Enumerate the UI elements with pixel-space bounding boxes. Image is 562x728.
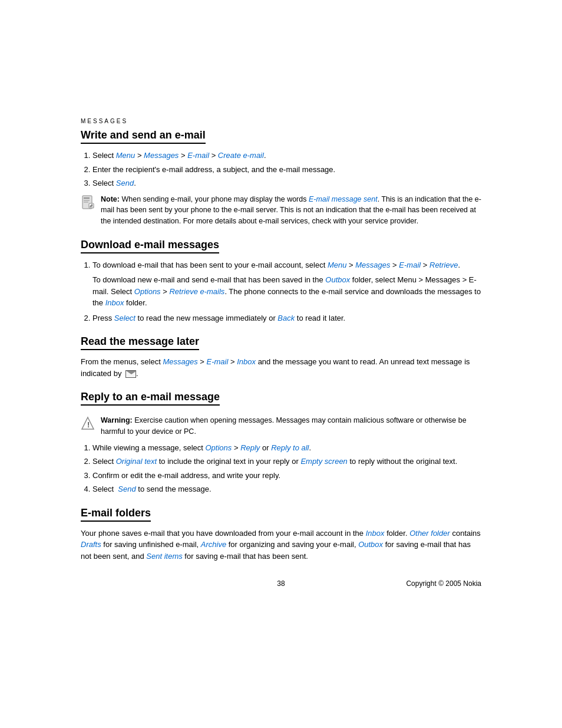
- menu-link-dl[interactable]: Menu: [328, 261, 347, 269]
- note-bold: Note:: [101, 195, 120, 203]
- messages-link-rl[interactable]: Messages: [163, 357, 197, 366]
- email-link-rl[interactable]: E-mail: [207, 357, 229, 366]
- reply-step3-text: Confirm or edit the e-mail address, and …: [92, 471, 280, 480]
- step-2: Enter the recipient's e-mail address, a …: [92, 164, 481, 176]
- write-send-steps: Select Menu > Messages > E-mail > Create…: [92, 150, 481, 189]
- download-step-2: Press Select to read the new message imm…: [92, 312, 481, 324]
- messages-link-dl[interactable]: Messages: [355, 261, 390, 269]
- create-email-link[interactable]: Create e-mail: [218, 151, 264, 160]
- section-reply: Reply to an e‑mail message ! Warning: Ex…: [81, 391, 481, 495]
- step-1: Select Menu > Messages > E-mail > Create…: [92, 150, 481, 162]
- page: Messages Write and send an e‑mail Select…: [0, 0, 562, 728]
- reply-step4-text: Select Send to send the message.: [92, 485, 211, 493]
- sent-items-link[interactable]: Sent items: [146, 552, 182, 561]
- options-link-dl[interactable]: Options: [134, 287, 161, 296]
- download-step2-text: Press Select to read the new message imm…: [92, 314, 345, 322]
- footer: 38 Copyright © 2005 Nokia: [81, 579, 481, 599]
- original-text-link[interactable]: Original text: [116, 457, 157, 466]
- download-steps: To download e-mail that has been sent to…: [92, 259, 481, 324]
- menu-link[interactable]: Menu: [116, 151, 135, 160]
- download-step1-para2: To download new e-mail and send e-mail t…: [92, 274, 481, 309]
- section-email-folders: E‑mail folders Your phone saves e-mail t…: [81, 507, 481, 562]
- svg-text:!: !: [87, 420, 90, 429]
- send-link-1[interactable]: Send: [116, 179, 134, 187]
- note-box-write-send: Note: When sending e-mail, your phone ma…: [81, 194, 481, 227]
- outbox-link-ef[interactable]: Outbox: [358, 540, 383, 549]
- warning-box: ! Warning: Exercise caution when opening…: [81, 415, 481, 437]
- retrieve-link[interactable]: Retrieve: [429, 261, 458, 269]
- section-title-write-send: Write and send an e‑mail: [81, 129, 206, 144]
- copyright: Copyright © 2005 Nokia: [406, 579, 481, 588]
- other-folder-link[interactable]: Other folder: [409, 529, 450, 538]
- download-step-1: To download e-mail that has been sent to…: [92, 259, 481, 309]
- section-read-later: Read the message later From the menus, s…: [81, 335, 481, 379]
- svg-rect-1: [84, 197, 90, 199]
- section-title-reply: Reply to an e‑mail message: [81, 391, 220, 406]
- email-link-dl[interactable]: E-mail: [399, 261, 421, 269]
- note-body: When sending e-mail, your phone may disp…: [101, 195, 481, 226]
- download-step1-para1: To download e-mail that has been sent to…: [92, 259, 481, 271]
- reply-step-1: While viewing a message, select Options …: [92, 442, 481, 454]
- reply-all-link[interactable]: Reply to all: [271, 443, 309, 452]
- empty-screen-link[interactable]: Empty screen: [300, 457, 347, 466]
- section-title-read-later: Read the message later: [81, 335, 199, 350]
- section-title-download: Download e‑mail messages: [81, 239, 219, 253]
- warning-body: Exercise caution when opening messages. …: [101, 416, 467, 436]
- drafts-link[interactable]: Drafts: [81, 540, 101, 549]
- reply-step-2: Select Original text to include the orig…: [92, 456, 481, 467]
- reply-step-3: Confirm or edit the e-mail address, and …: [92, 470, 481, 482]
- note-icon: [81, 195, 95, 209]
- step2-text: Enter the recipient's e-mail address, a …: [92, 165, 335, 174]
- reply-step1-text: While viewing a message, select Options …: [92, 443, 311, 452]
- options-link-reply[interactable]: Options: [205, 443, 232, 452]
- retrieve-emails-link[interactable]: Retrieve e-mails: [169, 287, 224, 296]
- reply-steps: While viewing a message, select Options …: [92, 442, 481, 495]
- reply-step-4: Select Send to send the message.: [92, 483, 481, 495]
- back-link[interactable]: Back: [277, 314, 295, 322]
- send-link-reply[interactable]: Send: [118, 485, 135, 493]
- page-number: 38: [277, 579, 285, 588]
- section-write-send: Write and send an e‑mail Select Menu > M…: [81, 129, 481, 227]
- envelope-icon: [125, 370, 136, 378]
- messages-link[interactable]: Messages: [144, 151, 178, 160]
- email-folders-text: Your phone saves e-mail that you have do…: [81, 528, 481, 562]
- inbox-link-ef[interactable]: Inbox: [366, 529, 385, 538]
- archive-link[interactable]: Archive: [201, 540, 226, 549]
- section-download: Download e‑mail messages To download e-m…: [81, 239, 481, 324]
- outbox-link-1[interactable]: Outbox: [325, 275, 350, 284]
- footer-spacer2: Copyright © 2005 Nokia: [285, 579, 481, 588]
- svg-rect-2: [84, 200, 90, 201]
- read-later-text: From the menus, select Messages > E-mail…: [81, 356, 481, 379]
- warning-bold: Warning:: [101, 416, 133, 424]
- email-link[interactable]: E-mail: [187, 151, 209, 160]
- section-title-email-folders: E‑mail folders: [81, 507, 151, 522]
- svg-rect-3: [84, 202, 88, 203]
- step3-text: Select Send.: [92, 179, 136, 187]
- inbox-link-1[interactable]: Inbox: [105, 298, 124, 307]
- section-label: Messages: [81, 118, 481, 124]
- select-link[interactable]: Select: [114, 314, 135, 322]
- inbox-link-rl[interactable]: Inbox: [237, 357, 256, 366]
- warning-text: Warning: Exercise caution when opening m…: [101, 415, 481, 437]
- reply-step2-text: Select Original text to include the orig…: [92, 457, 457, 466]
- content-area: Messages Write and send an e‑mail Select…: [81, 0, 481, 635]
- step-3: Select Send.: [92, 177, 481, 189]
- reply-link[interactable]: Reply: [240, 443, 260, 452]
- note-text: Note: When sending e-mail, your phone ma…: [101, 194, 481, 227]
- footer-line: 38 Copyright © 2005 Nokia: [81, 579, 481, 588]
- email-message-sent-link[interactable]: E-mail message sent: [309, 195, 378, 203]
- warning-icon: !: [81, 416, 95, 430]
- step1-text: Select Menu > Messages > E-mail > Create…: [92, 151, 266, 160]
